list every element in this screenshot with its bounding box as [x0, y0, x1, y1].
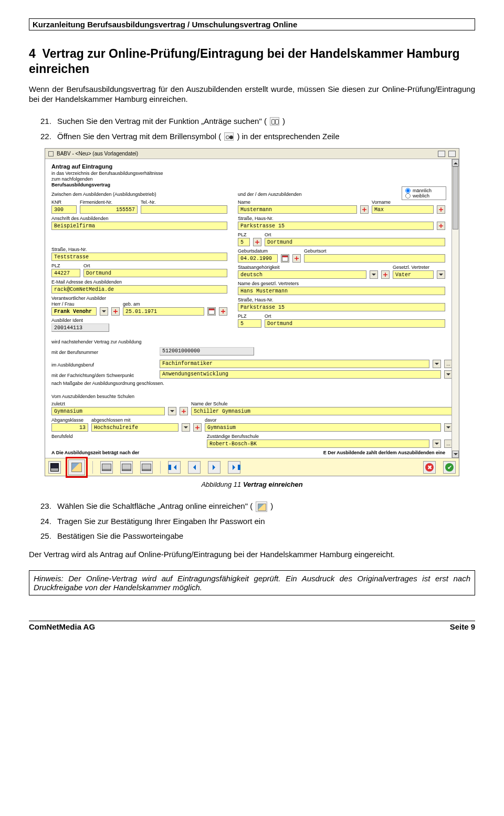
form-title: Antrag auf Eintragung [51, 163, 453, 170]
school-last-field[interactable]: Gymnasium [51, 407, 165, 415]
cancel-button[interactable] [423, 461, 436, 474]
window-title: BABV - <Neu> (aus Vorlagendatei) [57, 151, 138, 156]
window-titlebar: BABV - <Neu> (aus Vorlagendatei) [45, 149, 459, 159]
tel-field[interactable] [141, 205, 227, 214]
window-minimize-icon[interactable] [438, 151, 445, 157]
window-close-icon[interactable] [448, 151, 456, 157]
guardian-plz-field[interactable]: 5 [238, 319, 261, 328]
footer-left: ComNetMedia AG [29, 622, 95, 631]
dropdown-icon[interactable] [370, 270, 378, 279]
trainee-dob-field[interactable]: 04.02.1990 [238, 254, 278, 263]
print-preview-button[interactable] [120, 461, 133, 474]
dropdown-icon[interactable] [168, 407, 176, 415]
street-field[interactable]: Teststrasse [51, 253, 227, 261]
berufnr-field: 512001000000 [160, 347, 254, 355]
ort-field[interactable]: Dortmund [83, 269, 227, 277]
glasses-icon [224, 132, 234, 141]
save-button[interactable] [48, 461, 61, 474]
dropdown-icon[interactable] [437, 270, 445, 279]
dropdown-icon[interactable] [100, 307, 108, 316]
add-icon[interactable] [437, 205, 445, 214]
scroll-down-icon[interactable] [452, 451, 459, 458]
radio-male[interactable] [405, 188, 411, 193]
add-icon[interactable] [180, 407, 188, 415]
guardian-ort-field[interactable]: Dortmund [265, 319, 445, 328]
trainer-dob-field[interactable]: 25.01.1971 [123, 307, 204, 316]
nav-last-button[interactable] [228, 461, 240, 474]
gender-selector[interactable]: männlich weiblich [402, 186, 446, 200]
school-before-field[interactable]: Gymnasium [205, 423, 441, 432]
print-button[interactable] [100, 461, 113, 474]
trainee-street-field[interactable]: Parkstrasse 15 [238, 222, 434, 230]
guardian-street-field[interactable]: Parkstrasse 15 [238, 303, 445, 311]
trainee-name-field[interactable]: Mustermann [238, 205, 357, 214]
schwerpunkt-field[interactable]: Anwendungsentwicklung [160, 370, 441, 379]
page-footer: ComNetMedia AG Seite 9 [29, 621, 475, 631]
add-icon[interactable] [292, 254, 301, 263]
company-field[interactable]: Beispielfirma [51, 222, 227, 230]
add-icon[interactable] [253, 238, 261, 246]
submit-online-button[interactable] [68, 459, 85, 475]
vocschool-field[interactable]: Robert-Bosch-BK [207, 440, 429, 448]
trainer-name-field[interactable]: Frank Venohr [51, 307, 97, 316]
geburtsort-field[interactable] [304, 254, 445, 263]
beruf-field[interactable]: Fachinformatiker [160, 360, 429, 368]
form-toolbar [45, 458, 459, 476]
guardian-name-field[interactable]: Hans Mustermann [238, 287, 445, 295]
page-header: Kurzanleitung Berufsausbildungsvertrag /… [29, 18, 475, 30]
steps-after-figure: 23. Wählen Sie die Schaltfläche „Antrag … [40, 499, 475, 544]
dropdown-icon[interactable] [433, 360, 441, 368]
plz-field[interactable]: 44227 [51, 269, 80, 277]
trainee-plz-field[interactable]: 5 [238, 238, 250, 246]
trainee-ort-field[interactable]: Dortmund [265, 238, 445, 246]
section-heading: 4 Vertrag zur Online-Prüfung/Eintragung … [29, 46, 475, 77]
dropdown-icon[interactable] [433, 440, 441, 448]
nav-prev-button[interactable] [188, 461, 201, 474]
vertical-scrollbar[interactable] [452, 159, 459, 458]
outro-paragraph: Der Vertrag wird als Antrag auf Online-P… [29, 549, 475, 560]
calendar-icon[interactable] [207, 307, 216, 316]
nationality-field[interactable]: deutsch [238, 270, 366, 279]
footer-right: Seite 9 [450, 622, 475, 631]
figure-caption: Abbildung 11 Vertrag einreichen [29, 480, 475, 488]
radio-female[interactable] [405, 193, 411, 198]
email-field[interactable]: rack@ComNetMedia.de [51, 285, 227, 294]
intro-paragraph: Wenn der Berufsausbildungsvertrag für de… [29, 84, 475, 105]
print-form-button[interactable] [140, 461, 153, 474]
ok-button[interactable] [443, 461, 456, 474]
knr-field[interactable]: 300 [51, 205, 77, 214]
class-field[interactable]: 13 [51, 423, 88, 432]
dropdown-icon[interactable] [182, 423, 190, 432]
steps-before-figure: 21. Suchen Sie den Vertrag mit der Funkt… [40, 114, 475, 144]
screenshot-figure: BABV - <Neu> (aus Vorlagendatei) Antrag … [45, 148, 459, 476]
hint-box: Hinweis: Der Online-Vertrag wird auf Ein… [29, 570, 475, 595]
school-name-field[interactable]: Schiller Gymnasium [191, 407, 453, 415]
trainee-firstname-field[interactable]: Max [372, 205, 434, 214]
scroll-thumb[interactable] [453, 166, 458, 229]
binoculars-icon [270, 117, 279, 125]
ausbid-field: 200144113 [51, 323, 109, 332]
calendar-icon[interactable] [281, 254, 289, 263]
add-icon[interactable] [381, 270, 390, 279]
add-icon[interactable] [111, 307, 120, 316]
firmid-field[interactable]: 155557 [80, 205, 138, 214]
nav-next-button[interactable] [208, 461, 220, 474]
submit-online-icon [256, 501, 267, 512]
degree-field[interactable]: Hochschulreife [91, 423, 178, 432]
nav-first-button[interactable] [168, 461, 181, 474]
add-icon[interactable] [219, 307, 227, 316]
scroll-up-icon[interactable] [452, 159, 459, 166]
add-icon[interactable] [437, 222, 445, 230]
add-icon[interactable] [360, 205, 369, 214]
guardian-type-field[interactable]: Vater [393, 270, 434, 279]
add-icon[interactable] [193, 423, 202, 432]
window-sys-icon [48, 151, 54, 156]
